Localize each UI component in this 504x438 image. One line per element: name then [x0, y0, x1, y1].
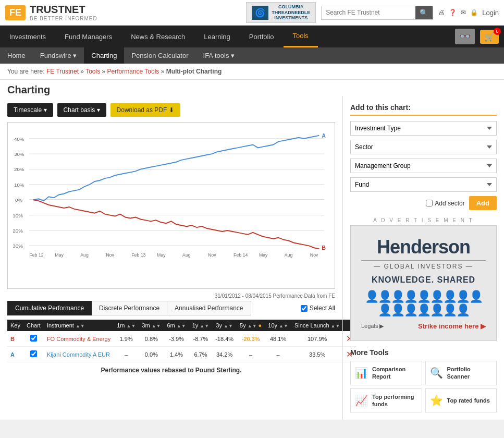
tab-cumulative[interactable]: Cumulative Performance — [7, 301, 92, 315]
advert-legals-link[interactable]: Legals ▶ — [361, 323, 384, 330]
nav-news-research[interactable]: News & Research — [121, 27, 194, 47]
row-a-1m: – — [114, 347, 139, 362]
row-b-fund-link[interactable]: FO Commodity & Energy — [47, 336, 110, 342]
svg-text:May: May — [259, 252, 268, 258]
svg-text:Nov: Nov — [310, 252, 318, 258]
svg-text:-30%: -30% — [13, 243, 23, 249]
svg-text:0%: 0% — [15, 197, 22, 203]
logo-text: TRUSTNET BE BETTER INFORMED — [30, 4, 97, 21]
add-button[interactable]: Add — [469, 196, 497, 210]
row-a-1y: 6.7% — [189, 347, 213, 362]
row-a-3y: 34.2% — [212, 347, 237, 362]
row-b-1y: -8.7% — [189, 331, 213, 347]
cart-badge: 0 — [494, 28, 501, 35]
row-a-chart-checkbox[interactable] — [23, 347, 44, 362]
sector-select[interactable]: Sector — [350, 140, 497, 154]
chart-basis-button[interactable]: Chart basis ▾ — [57, 103, 106, 117]
add-sector-checkbox[interactable] — [426, 200, 433, 206]
lock-icon[interactable]: 🔒 — [470, 9, 478, 16]
help-icon[interactable]: ❓ — [449, 9, 457, 16]
advert-label: A D V E R T I S E M E N T — [350, 217, 497, 223]
comparison-report-label: Comparison Report — [372, 366, 417, 381]
advert-box[interactable]: Henderson — GLOBAL INVESTORS — KNOWLEDGE… — [350, 225, 497, 341]
management-group-select[interactable]: Management Group — [350, 159, 497, 173]
columbia-text: COLUMBIA THREADNEEDLE INVESTMENTS — [272, 4, 310, 21]
tool-top-performing[interactable]: 📈 Top performing funds — [350, 388, 422, 413]
nav-learning[interactable]: Learning — [194, 27, 240, 47]
nav-fund-managers[interactable]: Fund Managers — [55, 27, 121, 47]
tool-comparison-report[interactable]: 📊 Comparison Report — [350, 361, 422, 385]
tools-grid: 📊 Comparison Report 🔍 Portfolio Scanner … — [350, 361, 497, 412]
glasses-icon[interactable]: 👓 — [455, 29, 475, 44]
row-a-6m: 1.4% — [164, 347, 189, 362]
subnav-pension-calculator[interactable]: Pension Calculator — [124, 47, 195, 64]
advert-cta[interactable]: Strike income here ▶ — [418, 322, 486, 330]
svg-text:10%: 10% — [14, 182, 24, 188]
row-a-fund-link[interactable]: Kijani Commodity A EUR — [47, 351, 110, 358]
col-10y: 10y ▲▼ — [265, 320, 291, 331]
breadcrumb-fe-trustnet[interactable]: FE Trustnet — [46, 68, 79, 75]
main-content: Timescale ▾ Chart basis ▾ Download as PD… — [0, 96, 504, 420]
select-all-checkbox[interactable] — [301, 305, 308, 312]
svg-text:40%: 40% — [14, 136, 24, 142]
columbia-ad-banner[interactable]: 🌀 COLUMBIA THREADNEEDLE INVESTMENTS — [246, 2, 316, 23]
col-since-launch: Since Launch ▲▼ — [291, 320, 343, 331]
svg-text:Feb 12: Feb 12 — [29, 252, 43, 258]
row-b-1m: 1.9% — [114, 331, 139, 347]
print-icon[interactable]: 🖨 — [438, 9, 445, 16]
tab-annualised[interactable]: Annualised Performance — [167, 301, 251, 315]
chart-date-label: 31/01/2012 - 08/04/2015 Performance Data… — [7, 293, 335, 299]
cart-icon[interactable]: 🛒 0 — [480, 30, 499, 44]
svg-text:B: B — [322, 245, 326, 251]
logo-area: FE TRUSTNET BE BETTER INFORMED — [5, 4, 97, 21]
search-input[interactable] — [322, 6, 415, 19]
nav-investments[interactable]: Investments — [0, 27, 55, 47]
subnav-charting[interactable]: Charting — [84, 47, 124, 64]
page-title: Charting — [0, 80, 504, 96]
search-button[interactable]: 🔍 — [415, 6, 433, 19]
download-pdf-button[interactable]: Download as PDF ⬇ — [110, 103, 180, 117]
svg-text:A: A — [322, 132, 326, 139]
row-a-10y: – — [265, 347, 291, 362]
col-3m: 3m ▲▼ — [139, 320, 164, 331]
svg-text:-20%: -20% — [13, 228, 23, 234]
chart-svg: 40% 30% 20% 10% 0% -10% -20% -30% Feb 12… — [13, 128, 329, 283]
email-icon[interactable]: ✉ — [461, 9, 466, 16]
select-all-label: Select All — [310, 305, 335, 312]
subnav-home[interactable]: Home — [0, 47, 33, 64]
chart-container: 40% 30% 20% 10% 0% -10% -20% -30% Feb 12… — [7, 122, 335, 289]
tool-top-rated[interactable]: ⭐ Top rated funds — [425, 388, 497, 413]
tool-portfolio-scanner[interactable]: 🔍 Portfolio Scanner — [425, 361, 497, 385]
active-sort-icon: ● — [259, 322, 262, 328]
advert-tagline: KNOWLEDGE. SHARED — [361, 275, 486, 285]
table-row: A Kijani Commodity A EUR – 0.0% 1.4% 6.7… — [7, 347, 356, 362]
perf-tabs: Cumulative Performance Discrete Performa… — [7, 301, 335, 315]
chart-area: Timescale ▾ Chart basis ▾ Download as PD… — [0, 96, 342, 420]
search-box[interactable]: 🔍 — [321, 6, 433, 20]
main-nav: Investments Fund Managers News & Researc… — [0, 26, 504, 47]
subnav-ifa-tools[interactable]: IFA tools ▾ — [196, 47, 242, 64]
select-all-container: Select All — [301, 305, 335, 312]
more-tools-title: More Tools — [350, 348, 497, 357]
login-link[interactable]: Login — [482, 9, 499, 17]
row-b-key: B — [7, 331, 23, 347]
tab-discrete[interactable]: Discrete Performance — [92, 301, 167, 315]
svg-text:30%: 30% — [14, 151, 24, 157]
breadcrumb-performance-tools[interactable]: Performance Tools — [107, 68, 159, 75]
investment-type-select[interactable]: Investment Type — [350, 121, 497, 136]
timescale-button[interactable]: Timescale ▾ — [7, 103, 53, 117]
row-b-chart-checkbox[interactable] — [23, 331, 44, 347]
row-b-3m: 0.8% — [139, 331, 164, 347]
add-sector-label[interactable]: Add sector — [426, 200, 464, 207]
top-right: 🌀 COLUMBIA THREADNEEDLE INVESTMENTS 🔍 🖨 … — [246, 2, 499, 23]
top-bar: FE TRUSTNET BE BETTER INFORMED 🌀 COLUMBI… — [0, 0, 504, 26]
subnav-fundswire[interactable]: Fundswire ▾ — [33, 47, 84, 64]
breadcrumb-tools[interactable]: Tools — [85, 68, 100, 75]
nav-tools[interactable]: Tools — [284, 26, 318, 47]
nav-portfolio[interactable]: Portfolio — [240, 27, 284, 47]
fund-select[interactable]: Fund — [350, 177, 497, 192]
svg-text:20%: 20% — [14, 166, 24, 172]
row-b-3y: -18.4% — [212, 331, 237, 347]
nav-right-icons: 👓 🛒 0 — [455, 29, 504, 44]
advert-people: 👤👤👤👤👤👤👤👤👤👤👤👤👤👤👤👤 — [361, 290, 486, 317]
